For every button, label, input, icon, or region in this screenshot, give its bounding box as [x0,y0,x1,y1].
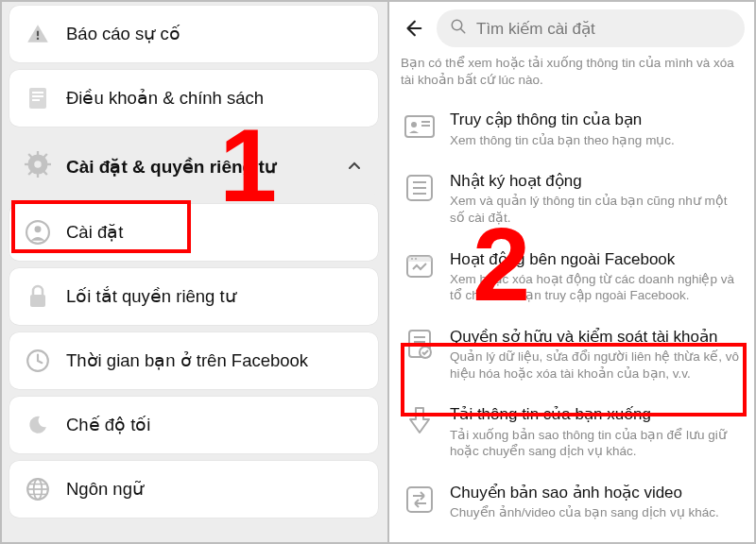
search-input[interactable]: Tìm kiếm cài đặt [437,9,745,47]
item-desc: Tải xuống bản sao thông tin của bạn để l… [450,427,743,460]
menu-item-terms-policies[interactable]: Điều khoản & chính sách [9,70,378,127]
item-desc: Chuyển ảnh/video của bạn sang dịch vụ kh… [450,504,719,521]
item-download-your-information[interactable]: Tải thông tin của bạn xuống Tải xuống bả… [401,393,745,470]
document-icon [25,85,51,111]
globe-icon [25,476,51,502]
item-title: Tải thông tin của bạn xuống [450,404,743,424]
item-desc: Xem và quản lý thông tin của bạn cũng nh… [450,193,743,226]
download-icon [403,404,437,438]
avatar-icon [25,219,51,246]
svg-rect-18 [30,295,45,307]
menu-item-label: Thời gian bạn ở trên Facebook [66,350,308,371]
svg-rect-2 [29,88,46,109]
menu-item-label: Chế độ tối [66,415,150,435]
menu-item-settings[interactable]: Cài đặt [9,204,378,261]
search-placeholder: Tìm kiếm cài đặt [476,19,595,39]
item-desc: Quản lý dữ liệu, sửa đổi người liên hệ t… [450,348,743,382]
menu-item-privacy-shortcuts[interactable]: Lối tắt quyền riêng tư [9,268,378,325]
gear-icon [25,151,51,181]
svg-rect-1 [37,38,39,40]
chevron-up-icon [346,158,363,175]
svg-rect-5 [32,99,40,101]
document-check-icon [403,327,437,361]
menu-item-report-issue[interactable]: Báo cáo sự cố [9,6,378,62]
svg-rect-36 [407,256,432,262]
item-title: Hoạt động bên ngoài Facebook [450,249,743,269]
svg-rect-9 [37,172,39,178]
svg-rect-4 [32,95,43,97]
item-off-facebook-activity[interactable]: Hoạt động bên ngoài Facebook Xem hoặc xó… [401,238,745,315]
menu-item-language[interactable]: Ngôn ngữ [9,461,378,518]
settings-detail-pane: Tìm kiếm cài đặt Bạn có thể xem hoặc tải… [387,0,756,544]
svg-rect-8 [37,151,39,157]
id-card-icon [403,110,437,144]
menu-item-label: Báo cáo sự cố [66,24,180,44]
menu-item-dark-mode[interactable]: Chế độ tối [9,397,378,453]
moon-icon [25,412,51,438]
warning-icon [25,21,51,47]
item-activity-log[interactable]: Nhật ký hoạt động Xem và quản lý thông t… [401,160,745,237]
svg-point-38 [415,258,417,260]
menu-item-label: Ngôn ngữ [66,479,144,500]
item-title: Quyền sở hữu và kiểm soát tài khoản [450,327,743,347]
menu-item-label: Lối tắt quyền riêng tư [66,286,236,307]
lock-icon [25,283,51,310]
activity-icon [403,249,437,283]
clock-icon [25,348,51,374]
svg-rect-10 [25,163,30,165]
menu-item-label: Điều khoản & chính sách [66,88,264,109]
svg-rect-3 [32,92,43,94]
svg-point-37 [411,258,413,260]
section-intro-text: Bạn có thể xem hoặc tải xuống thông tin … [401,55,745,89]
item-desc: Xem thông tin của bạn theo hạng mục. [450,132,675,149]
back-button[interactable] [401,18,425,39]
svg-rect-11 [45,163,51,165]
menu-item-time-on-facebook[interactable]: Thời gian bạn ở trên Facebook [9,332,378,389]
item-transfer-copy[interactable]: Chuyển bản sao ảnh hoặc video Chuyển ảnh… [401,471,745,533]
svg-rect-43 [407,487,432,512]
svg-rect-0 [37,31,39,36]
item-title: Chuyển bản sao ảnh hoặc video [450,483,719,502]
section-header-label: Cài đặt & quyền riêng tư [66,156,331,178]
section-header-settings-privacy[interactable]: Cài đặt & quyền riêng tư [9,134,378,196]
menu-item-label: Cài đặt [66,222,123,243]
svg-point-28 [411,122,417,128]
item-account-ownership-control[interactable]: Quyền sở hữu và kiểm soát tài khoản Quản… [401,315,745,393]
search-icon [450,18,467,40]
svg-point-17 [35,226,42,232]
item-title: Truy cập thông tin của bạn [450,110,675,129]
list-icon [403,171,437,205]
transfer-icon [403,483,437,517]
item-desc: Xem hoặc xóa hoạt động từ các doanh nghi… [450,271,743,304]
item-access-your-information[interactable]: Truy cập thông tin của bạn Xem thông tin… [401,98,745,160]
svg-point-7 [34,161,41,167]
settings-menu-pane: Báo cáo sự cố Điều khoản & chính sách Cà… [0,0,387,544]
item-title: Nhật ký hoạt động [450,171,743,191]
svg-line-26 [460,28,465,33]
